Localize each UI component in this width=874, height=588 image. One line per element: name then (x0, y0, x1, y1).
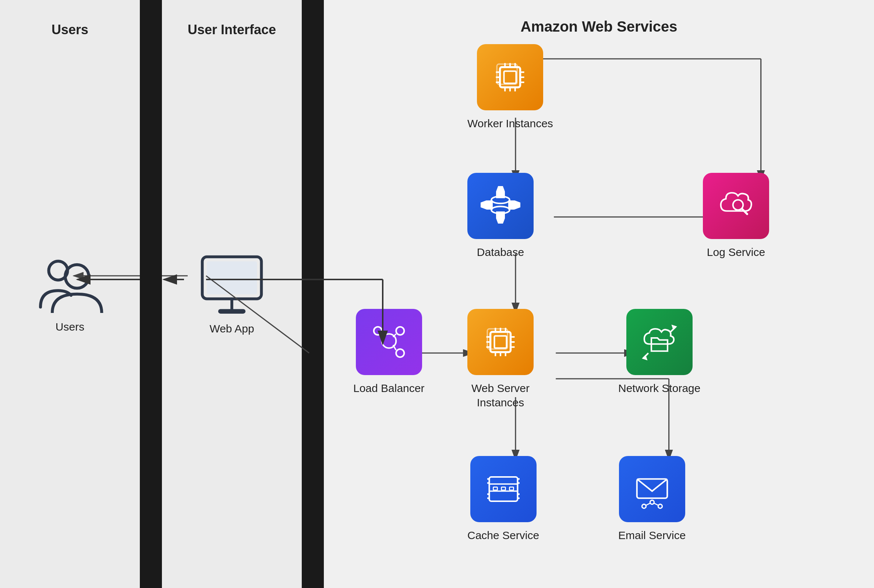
worker-icon (490, 57, 530, 98)
webserver-label: Web Server Instances (471, 381, 530, 410)
divider-1 (140, 0, 162, 588)
loadbalancer-icon-bg (356, 309, 422, 375)
webserver-icon-bg (467, 309, 534, 375)
svg-marker-68 (643, 356, 646, 359)
database-icon-bg (467, 173, 534, 239)
svg-rect-51 (495, 336, 507, 348)
database-node: Database (467, 173, 534, 259)
svg-point-45 (396, 327, 404, 335)
diagram-container: Users Users User Interface (0, 0, 874, 588)
svg-point-32 (491, 196, 510, 203)
worker-label: Worker Instances (467, 116, 553, 130)
log-label: Log Service (707, 245, 765, 259)
loadbalancer-node: Load Balancer (353, 309, 424, 395)
webapp-label: Web App (209, 321, 254, 336)
svg-rect-5 (218, 309, 245, 314)
arrows-svg (324, 0, 874, 588)
svg-point-46 (396, 349, 404, 357)
webserver-node: Web Server Instances (467, 309, 534, 410)
svg-point-85 (642, 504, 646, 508)
log-icon (716, 186, 756, 226)
svg-line-87 (646, 503, 650, 506)
ui-col-header: User Interface (188, 22, 276, 38)
cache-node: Cache Service (467, 456, 539, 542)
networkstorage-node: Network Storage (618, 309, 700, 395)
svg-rect-74 (509, 487, 513, 490)
cache-icon-bg (470, 456, 537, 522)
loadbalancer-icon (369, 322, 409, 362)
cache-icon (483, 469, 523, 509)
database-label: Database (477, 245, 524, 259)
webapp-node: Web App (195, 252, 269, 336)
users-label: Users (56, 320, 84, 334)
svg-marker-66 (672, 326, 675, 329)
aws-header: Amazon Web Services (520, 18, 677, 35)
svg-rect-73 (501, 487, 505, 490)
email-label: Email Service (618, 528, 686, 542)
webserver-icon (480, 322, 521, 362)
svg-rect-18 (504, 71, 516, 84)
email-icon (632, 469, 672, 509)
worker-icon-bg (477, 44, 543, 110)
email-icon-bg (619, 456, 685, 522)
users-node: Users (33, 254, 107, 334)
loadbalancer-label: Load Balancer (353, 381, 424, 395)
svg-rect-72 (493, 487, 497, 490)
users-col-header: Users (51, 22, 88, 38)
col-users: Users Users (0, 0, 140, 588)
divider-2 (302, 0, 324, 588)
svg-point-44 (373, 327, 382, 335)
networkstorage-icon (639, 322, 680, 362)
svg-point-86 (658, 504, 662, 508)
cache-label: Cache Service (467, 528, 539, 542)
svg-point-84 (650, 500, 654, 504)
email-node: Email Service (618, 456, 686, 542)
svg-point-35 (491, 206, 510, 213)
svg-point-1 (65, 265, 89, 288)
col-aws: Amazon Web Services (324, 0, 874, 588)
log-node: Log Service (703, 173, 769, 259)
webapp-icon (195, 252, 269, 315)
database-icon (480, 186, 521, 226)
networkstorage-icon-bg (626, 309, 693, 375)
log-icon-bg (703, 173, 769, 239)
svg-rect-3 (207, 261, 257, 294)
svg-line-88 (654, 503, 658, 506)
col-ui: User Interface Web App (162, 0, 302, 588)
worker-node: Worker Instances (467, 44, 553, 130)
users-icon (33, 254, 107, 313)
networkstorage-label: Network Storage (618, 381, 700, 395)
